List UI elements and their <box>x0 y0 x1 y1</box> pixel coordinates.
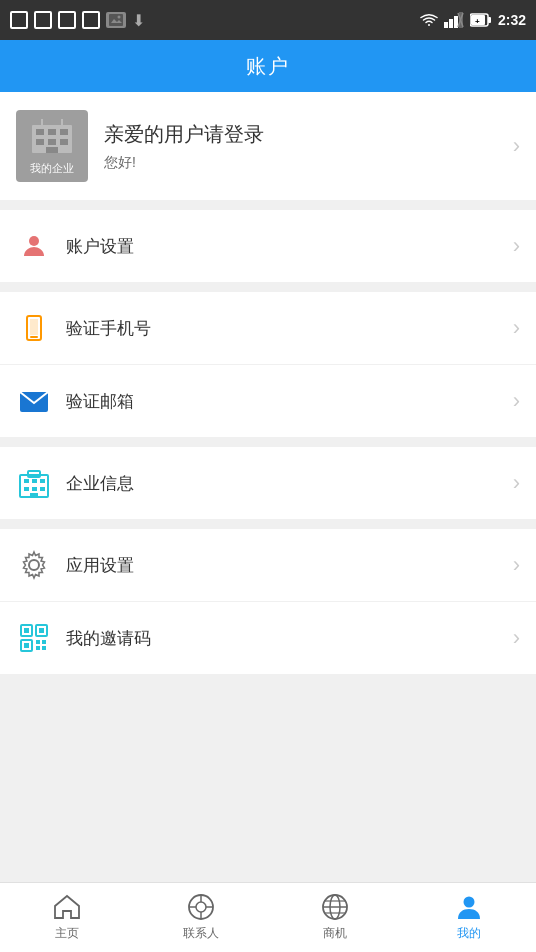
mine-person-icon <box>455 893 483 921</box>
status-bar-left: ⬇ <box>10 11 145 30</box>
nav-mine-label: 我的 <box>457 925 481 942</box>
svg-rect-45 <box>36 646 40 650</box>
account-settings-chevron-icon: › <box>513 233 520 259</box>
my-invite-chevron-icon: › <box>513 625 520 651</box>
menu-item-verify-email[interactable]: 验证邮箱 › <box>0 365 536 437</box>
email-icon <box>16 383 52 419</box>
nav-item-mine[interactable]: 我的 <box>402 893 536 942</box>
svg-rect-28 <box>24 479 29 483</box>
company-info-label: 企业信息 <box>52 472 513 495</box>
content-area: 我的企业 亲爱的用户请登录 您好! › 账户设置 › <box>0 92 536 674</box>
profile-chevron-icon: › <box>513 133 520 159</box>
app-header: 账户 <box>0 40 536 92</box>
profile-section[interactable]: 我的企业 亲爱的用户请登录 您好! › <box>0 92 536 200</box>
home-icon <box>53 893 81 921</box>
nav-home-label: 主页 <box>55 925 79 942</box>
svg-rect-18 <box>60 139 68 145</box>
svg-point-58 <box>464 897 475 908</box>
verify-phone-chevron-icon: › <box>513 315 520 341</box>
app-settings-label: 应用设置 <box>52 554 513 577</box>
nav-contacts-label: 联系人 <box>183 925 219 942</box>
svg-rect-15 <box>60 129 68 135</box>
status-square-4 <box>82 11 100 29</box>
svg-rect-32 <box>32 487 37 491</box>
svg-text:+: + <box>475 17 480 26</box>
verify-email-chevron-icon: › <box>513 388 520 414</box>
menu-item-company-info[interactable]: 企业信息 › <box>0 447 536 519</box>
header-title: 账户 <box>246 53 290 80</box>
download-icon: ⬇ <box>132 11 145 30</box>
svg-rect-10 <box>488 17 491 23</box>
svg-rect-31 <box>24 487 29 491</box>
my-invite-label: 我的邀请码 <box>52 627 513 650</box>
profile-name: 亲爱的用户请登录 <box>104 121 513 148</box>
status-bar-right: + 2:32 <box>420 12 526 28</box>
avatar-building-icon <box>28 117 76 157</box>
status-time: 2:32 <box>498 12 526 28</box>
nav-item-contacts[interactable]: 联系人 <box>134 893 268 942</box>
svg-rect-16 <box>36 139 44 145</box>
status-square-3 <box>58 11 76 29</box>
svg-point-36 <box>29 560 39 570</box>
svg-rect-17 <box>48 139 56 145</box>
menu-item-verify-phone[interactable]: 验证手机号 › <box>0 292 536 365</box>
status-square-1 <box>10 11 28 29</box>
gear-icon <box>16 547 52 583</box>
status-bar: ⬇ + 2:32 <box>0 0 536 40</box>
menu-section-company: 企业信息 › <box>0 447 536 519</box>
menu-item-app-settings[interactable]: 应用设置 › <box>0 529 536 602</box>
svg-rect-46 <box>42 646 46 650</box>
svg-rect-34 <box>30 493 38 497</box>
profile-avatar: 我的企业 <box>16 110 88 182</box>
svg-rect-40 <box>39 628 44 633</box>
company-building-icon <box>16 465 52 501</box>
svg-rect-19 <box>46 147 58 153</box>
menu-section-account: 账户设置 › <box>0 210 536 282</box>
svg-rect-2 <box>444 22 448 28</box>
svg-point-48 <box>196 902 206 912</box>
signal-icon <box>444 12 464 28</box>
phone-icon <box>16 310 52 346</box>
nav-item-home[interactable]: 主页 <box>0 893 134 942</box>
svg-rect-30 <box>40 479 45 483</box>
person-icon <box>16 228 52 264</box>
svg-rect-14 <box>48 129 56 135</box>
profile-info: 亲爱的用户请登录 您好! <box>88 121 513 172</box>
verify-email-label: 验证邮箱 <box>52 390 513 413</box>
svg-point-22 <box>29 236 39 246</box>
nav-item-bizops[interactable]: 商机 <box>268 893 402 942</box>
svg-rect-0 <box>109 14 123 26</box>
company-info-chevron-icon: › <box>513 470 520 496</box>
svg-rect-44 <box>42 640 46 644</box>
bottom-nav: 主页 联系人 商机 <box>0 882 536 952</box>
menu-section-app: 应用设置 › 我的邀请码 › <box>0 529 536 674</box>
profile-subtitle: 您好! <box>104 154 513 172</box>
svg-point-1 <box>118 16 121 19</box>
svg-rect-43 <box>36 640 40 644</box>
svg-rect-13 <box>36 129 44 135</box>
battery-icon: + <box>470 13 492 27</box>
wifi-icon <box>420 13 438 27</box>
menu-section-verify: 验证手机号 › 验证邮箱 › <box>0 292 536 437</box>
image-icon <box>106 12 126 28</box>
bizops-icon <box>321 893 349 921</box>
svg-rect-24 <box>30 319 38 335</box>
account-settings-label: 账户设置 <box>52 235 513 258</box>
menu-item-account-settings[interactable]: 账户设置 › <box>0 210 536 282</box>
app-settings-chevron-icon: › <box>513 552 520 578</box>
svg-rect-3 <box>449 19 453 28</box>
status-square-2 <box>34 11 52 29</box>
svg-rect-33 <box>40 487 45 491</box>
svg-rect-29 <box>32 479 37 483</box>
avatar-label: 我的企业 <box>30 161 74 176</box>
svg-rect-4 <box>454 16 458 28</box>
verify-phone-label: 验证手机号 <box>52 317 513 340</box>
nav-bizops-label: 商机 <box>323 925 347 942</box>
svg-rect-38 <box>24 628 29 633</box>
contacts-icon <box>187 893 215 921</box>
svg-rect-42 <box>24 643 29 648</box>
qrcode-icon <box>16 620 52 656</box>
menu-item-my-invite[interactable]: 我的邀请码 › <box>0 602 536 674</box>
